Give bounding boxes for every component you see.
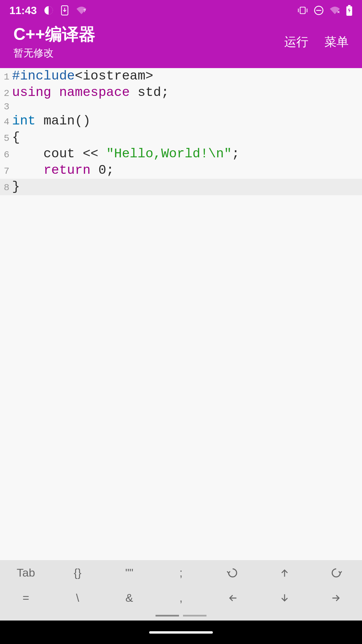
indicator-page-1[interactable]: [156, 615, 179, 616]
code-content: int main(): [12, 113, 362, 129]
code-content: cout << "Hello,World!\n";: [12, 146, 362, 162]
code-line[interactable]: 8}: [0, 179, 362, 195]
status-time: 11:43: [9, 4, 37, 17]
code-line[interactable]: 1#include<iostream>: [0, 68, 362, 85]
app-title: C++编译器: [13, 24, 96, 44]
code-editor[interactable]: 1#include<iostream>2using namespace std;…: [0, 68, 362, 560]
svg-text:?: ?: [83, 8, 86, 13]
right-key[interactable]: [310, 585, 362, 610]
redo-icon: [330, 567, 342, 579]
status-bar: 11:43 ? ×: [0, 0, 362, 21]
undo-icon: [227, 567, 239, 579]
code-line[interactable]: 2using namespace std;: [0, 85, 362, 101]
code-content: }: [12, 179, 362, 195]
code-content: {: [12, 129, 362, 146]
app-subtitle: 暂无修改: [13, 46, 96, 60]
left-icon: [227, 592, 238, 604]
wifi-question-icon: ?: [76, 6, 87, 15]
toolbar-page-indicator: [0, 610, 362, 621]
line-number: 8: [0, 182, 12, 194]
key-symsym[interactable]: {}: [52, 560, 103, 585]
key-Tab[interactable]: Tab: [0, 560, 52, 585]
toolbar-row-2: =\&,: [0, 585, 362, 610]
indicator-page-2[interactable]: [183, 615, 206, 616]
line-number: 6: [0, 149, 12, 161]
toolbar-row-1: Tab{}"";: [0, 560, 362, 585]
redo-key[interactable]: [310, 560, 362, 585]
line-number: 3: [0, 101, 12, 113]
download-icon: [60, 5, 69, 15]
code-content: return 0;: [12, 162, 362, 179]
bottom-toolbar: Tab{}""; =\&,: [0, 560, 362, 621]
moon-icon: [44, 5, 54, 15]
code-line[interactable]: 7 return 0;: [0, 162, 362, 179]
nav-bar: [0, 621, 362, 644]
menu-button[interactable]: 菜单: [324, 34, 349, 50]
line-number: 5: [0, 132, 12, 144]
up-key[interactable]: [258, 560, 310, 585]
svg-text:×: ×: [337, 9, 340, 14]
header-titles: C++编译器 暂无修改: [13, 24, 96, 60]
battery-icon: [346, 5, 353, 16]
line-number: 7: [0, 165, 12, 177]
line-number: 4: [0, 116, 12, 128]
svg-rect-9: [348, 5, 350, 6]
nav-home-pill[interactable]: [149, 631, 213, 634]
code-content: using namespace std;: [12, 85, 362, 101]
vibrate-icon: [297, 6, 308, 15]
undo-key[interactable]: [207, 560, 258, 585]
svg-rect-3: [300, 7, 305, 14]
key-sym[interactable]: &: [104, 585, 155, 610]
code-line[interactable]: 5{: [0, 129, 362, 146]
do-not-disturb-icon: [314, 5, 324, 15]
line-number: 2: [0, 88, 12, 99]
key-sym[interactable]: \: [52, 585, 103, 610]
run-button[interactable]: 运行: [284, 34, 308, 50]
down-icon: [279, 592, 290, 604]
down-key[interactable]: [258, 585, 310, 610]
key-sym[interactable]: =: [0, 585, 52, 610]
wifi-error-icon: ×: [329, 6, 341, 15]
status-left: 11:43 ?: [9, 4, 87, 17]
up-icon: [279, 567, 290, 579]
key-symsym[interactable]: "": [104, 560, 155, 585]
key-sym[interactable]: ,: [155, 585, 207, 610]
code-line[interactable]: 4int main(): [0, 113, 362, 129]
app-header: C++编译器 暂无修改 运行 菜单: [0, 21, 362, 68]
code-line[interactable]: 3: [0, 101, 362, 113]
code-content: #include<iostream>: [12, 68, 362, 85]
left-key[interactable]: [207, 585, 258, 610]
header-actions: 运行 菜单: [284, 34, 349, 50]
line-number: 1: [0, 71, 12, 83]
key-sym[interactable]: ;: [155, 560, 207, 585]
right-icon: [330, 592, 342, 604]
code-line[interactable]: 6 cout << "Hello,World!\n";: [0, 146, 362, 162]
status-right: ×: [297, 5, 353, 16]
